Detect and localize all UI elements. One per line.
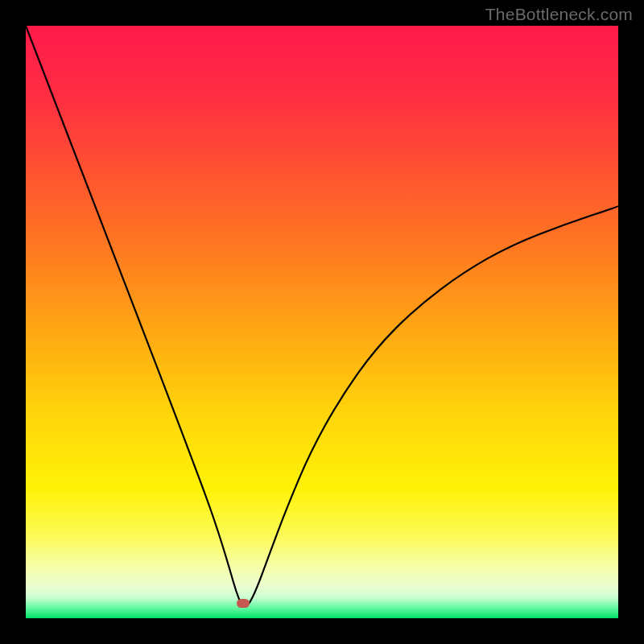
watermark-text: TheBottleneck.com bbox=[485, 5, 633, 24]
bottleneck-curve bbox=[26, 26, 618, 618]
chart-stage: TheBottleneck.com bbox=[0, 0, 644, 644]
plot-area bbox=[26, 26, 618, 618]
optimal-point-marker bbox=[237, 599, 250, 608]
